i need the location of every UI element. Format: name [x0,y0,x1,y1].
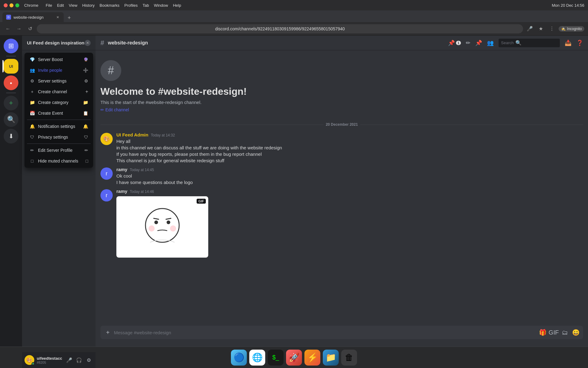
server-icon-red[interactable]: ● [4,75,18,90]
message-author: ramy [116,167,127,172]
incognito-label: Incognito [567,27,582,31]
reload-button[interactable]: ↺ [26,25,34,33]
sticker-icon[interactable]: 🗂 [561,329,568,336]
menu-window[interactable]: Window [154,3,168,8]
context-menu-divider-2 [27,144,91,144]
gif-attachment[interactable]: GIF [116,196,208,258]
dock-item-torch[interactable]: ⚡ [304,350,320,366]
message-avatar: r [100,167,113,180]
forward-button[interactable]: → [15,25,23,33]
menu-file[interactable]: File [46,3,52,8]
mute-microphone-button[interactable]: 🎤 [65,356,74,364]
menu-item-privacy-settings[interactable]: 🛡 Privacy settings 🛡 [26,132,92,142]
inbox-icon[interactable]: 📥 [565,40,571,46]
deafen-headphones-button[interactable]: 🎧 [75,356,83,364]
server-icon-home[interactable]: ⊞ [4,39,18,53]
welcome-title: Welcome to #website-redesign! [100,86,583,97]
dock-item-chrome[interactable]: 🌐 [249,350,265,366]
add-attachment-button[interactable]: + [104,329,111,336]
svg-point-1 [145,209,179,242]
server-avatar-letter: UI [9,64,13,69]
dock-item-finder[interactable]: 🔵 [231,350,247,366]
tab-close-button[interactable]: ✕ [55,15,60,20]
dock-item-terminal[interactable]: $_ [268,350,284,366]
add-server-button[interactable]: + [4,96,18,110]
svg-point-2 [154,220,158,224]
invite-icon-right: ➕ [83,68,88,73]
menu-tab[interactable]: Tab [142,3,149,8]
message-timestamp: Today at 14:45 [130,168,154,172]
new-tab-button[interactable]: + [65,13,74,22]
message-content: ramy Today at 14:46 GIF [116,189,583,258]
emoji-icon[interactable]: 😀 [572,329,579,336]
address-bar[interactable] [37,24,523,33]
menu-item-create-channel[interactable]: + Create channel + [26,86,92,97]
message-avatar: 🎨 [100,133,113,145]
chrome-icon: 🌐 [252,352,263,362]
message-input[interactable] [114,330,537,335]
menu-item-invite-people[interactable]: 👥 Invite people ➕ [26,65,92,75]
browser-tab[interactable]: D website-redesign ✕ [2,12,64,22]
menu-item-server-settings[interactable]: ⚙ Server settings ⚙ [26,76,92,86]
edit-channel-icon[interactable]: ✏ [466,40,470,46]
dock-item-trash[interactable]: 🗑 [341,350,357,366]
svg-point-7 [170,225,176,232]
help-icon[interactable]: ❓ [576,40,583,46]
channel-hash-icon: # [100,39,104,47]
close-button[interactable] [4,3,8,7]
discover-servers-button[interactable]: 🔍 [4,112,18,127]
server-icon-uifeed[interactable]: UI [4,59,18,74]
close-dropdown-button[interactable]: ✕ [85,40,91,46]
menu-profiles[interactable]: Profiles [124,3,138,8]
gif-button[interactable]: GIF [550,329,557,336]
menu-history[interactable]: History [82,3,95,8]
hide-muted-channels-label: Hide muted channels [38,159,83,163]
edit-channel-link[interactable]: ✏ Edit channel [100,107,129,112]
follow-icon[interactable]: 📌 [475,40,482,46]
back-button[interactable]: ← [4,25,12,33]
server-list-divider [6,56,16,56]
date-divider-text: 20 December 2021 [326,122,358,127]
menu-item-server-boost[interactable]: 💎 Server Boost 🔮 [26,54,92,65]
mic-icon[interactable]: 🎤 [526,25,534,33]
channel-header: # website-redesign 📌 1 ✏ 📌 👥 Search 🔍 📥 … [96,36,588,50]
menu-item-hide-muted-channels[interactable]: □ Hide muted channels □ [26,156,92,166]
username-text: uifeedtestacc [37,356,62,361]
download-apps-button[interactable]: ⬇ [4,129,18,144]
message-content: ramy Today at 14:45 Ok cool I have some … [116,167,583,186]
divider-line-left [100,125,323,125]
settings-icon-right: ⚙ [84,79,88,83]
server-name-header[interactable]: UI Feed design inspiration ✕ [22,36,96,50]
menu-item-notification-settings[interactable]: 🔔 Notification settings 🔔 [26,121,92,132]
threads-icon[interactable]: 📌 1 [448,40,461,46]
create-category-icon: 📁 [29,100,35,105]
message-input-wrapper: + 🎁 GIF 🗂 😀 [100,326,583,339]
user-avatar-letter: 🎨 [26,357,32,363]
user-settings-button[interactable]: ⚙ [85,356,93,364]
menu-item-create-category[interactable]: 📁 Create category 📁 [26,97,92,108]
message-input-area: + 🎁 GIF 🗂 😀 [96,326,588,347]
dock-item-files[interactable]: 📁 [323,350,339,366]
menu-view[interactable]: View [69,3,77,8]
menu-help[interactable]: Help [173,3,181,8]
maximize-button[interactable] [15,3,19,7]
message-timestamp: Today at 14:46 [130,190,154,194]
nitro-gift-icon[interactable]: 🎁 [539,329,546,336]
more-icon[interactable]: ⋮ [548,25,556,33]
boost-icon-right: 🔮 [84,57,88,62]
menu-item-create-event[interactable]: 📅 Create Event 📋 [26,108,92,118]
bookmark-icon[interactable]: ★ [537,25,545,33]
menu-edit[interactable]: Edit [57,3,64,8]
search-bar[interactable]: Search 🔍 [499,39,560,47]
menu-bookmarks[interactable]: Bookmarks [100,3,119,8]
members-icon[interactable]: 👥 [487,40,494,46]
avatar-letter: r [106,192,107,199]
dock-item-launchpad[interactable]: 🚀 [286,350,302,366]
main-content: # website-redesign 📌 1 ✏ 📌 👥 Search 🔍 📥 … [96,36,588,347]
server-name-text: UI Feed design inspiration [27,40,85,45]
files-icon: 📁 [326,352,336,362]
minimize-button[interactable] [9,3,13,7]
menu-item-edit-server-profile[interactable]: ✏ Edit Server Profile ✏ [26,145,92,155]
server-settings-label: Server settings [38,79,81,83]
discord-logo-icon: ⊞ [8,42,14,50]
